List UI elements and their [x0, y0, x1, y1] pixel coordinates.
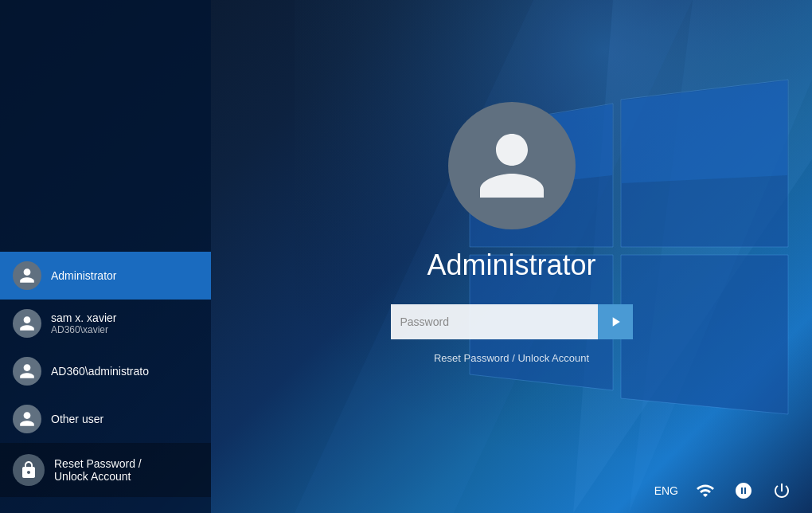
sidebar-item-ad360-admin[interactable]: AD360\administrato	[0, 347, 211, 395]
password-row	[391, 304, 633, 339]
sidebar: Administrator sam x. xavier AD360\xavier…	[0, 0, 211, 513]
reset-link[interactable]: Reset Password / Unlock Account	[434, 352, 589, 364]
bottom-bar: ENG	[211, 468, 812, 513]
password-input[interactable]	[391, 304, 598, 339]
sidebar-item-sam[interactable]: sam x. xavier AD360\xavier	[0, 300, 211, 347]
avatar-administrator	[13, 261, 41, 290]
reset-label-line1: Reset Password /	[54, 457, 142, 470]
reset-info: Reset Password / Unlock Account	[54, 457, 142, 483]
sidebar-username-sam: sam x. xavier	[51, 311, 116, 324]
sidebar-domain-sam: AD360\xavier	[51, 324, 116, 335]
main-username: Administrator	[427, 249, 595, 282]
language-indicator: ENG	[654, 484, 678, 497]
avatar-other	[13, 405, 41, 433]
sidebar-item-other[interactable]: Other user	[0, 395, 211, 443]
sidebar-username-administrator: Administrator	[51, 269, 116, 282]
avatar-sam	[13, 309, 41, 338]
lock-avatar	[13, 454, 45, 486]
sidebar-item-reset[interactable]: Reset Password / Unlock Account	[0, 443, 211, 497]
main-avatar	[448, 102, 576, 229]
sidebar-username-ad360: AD360\administrato	[51, 365, 149, 378]
sidebar-username-other: Other user	[51, 413, 103, 425]
ease-of-access-icon[interactable]	[732, 480, 755, 502]
reset-label-line2: Unlock Account	[54, 470, 142, 483]
network-icon[interactable]	[694, 480, 716, 502]
submit-button[interactable]	[598, 304, 633, 339]
main-content: Administrator Reset Password / Unlock Ac…	[211, 0, 812, 513]
power-icon[interactable]	[771, 480, 793, 502]
avatar-ad360-admin	[13, 357, 41, 386]
sidebar-item-administrator[interactable]: Administrator	[0, 252, 211, 300]
sam-info: sam x. xavier AD360\xavier	[51, 311, 116, 335]
